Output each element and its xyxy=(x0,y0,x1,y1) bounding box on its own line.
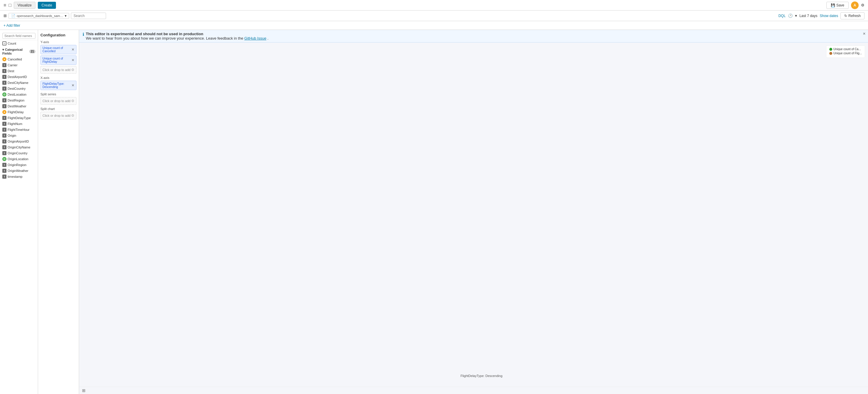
datasource-chevron-icon[interactable]: ⊞ xyxy=(3,13,7,18)
clock-icon[interactable]: 🕐 xyxy=(788,13,793,18)
second-bar: ⊞ 📄 opensearch_dashboards_sample_data_fl… xyxy=(0,10,868,21)
categorical-fields-section[interactable]: ▾ Categorical Fields 21 xyxy=(0,47,38,56)
legend-label: Unique count of Flig... xyxy=(833,52,862,55)
search-field-container xyxy=(0,32,38,40)
github-link[interactable]: GitHub Issue xyxy=(244,36,266,40)
chip-close-icon[interactable]: ✕ xyxy=(71,48,74,52)
table-icon[interactable]: ⊞ xyxy=(82,388,86,393)
hamburger-icon[interactable]: ≡ xyxy=(3,3,6,8)
svg-rect-38 xyxy=(731,51,783,360)
gear-icon: ⚙ xyxy=(71,68,74,72)
count-label: Count xyxy=(8,41,16,45)
field-type-icon: ● xyxy=(2,57,6,61)
create-tab[interactable]: Create xyxy=(38,2,56,9)
svg-text:1.6: 1.6 xyxy=(109,111,113,114)
y-axis-field-chip[interactable]: Unique count of FlightDelay✕ xyxy=(40,55,76,65)
field-item[interactable]: tOriginAirportID xyxy=(0,138,38,144)
settings-icon[interactable]: ⚙ xyxy=(861,3,865,7)
field-item[interactable]: ⊙OriginLocation xyxy=(0,156,38,162)
field-item[interactable]: tOriginRegion xyxy=(0,162,38,168)
y-axis-drop-zone[interactable]: Click or drop to add ⚙ xyxy=(40,66,76,74)
x-axis-close-icon[interactable]: ✕ xyxy=(71,83,74,87)
field-type-icon: t xyxy=(2,69,6,73)
gear-icon-2: ⚙ xyxy=(71,99,74,103)
count-section[interactable]: # Count xyxy=(0,40,38,47)
svg-text:Carrier Delay: Carrier Delay xyxy=(633,361,647,374)
chart-area: ℹ This editor is experimental and should… xyxy=(79,30,868,394)
field-type-icon: t xyxy=(2,174,6,179)
dql-button[interactable]: DQL xyxy=(778,14,786,18)
save-button[interactable]: 💾 Save xyxy=(827,2,849,9)
window-icon[interactable]: □ xyxy=(8,3,11,8)
chip-close-icon[interactable]: ✕ xyxy=(71,58,74,62)
svg-text:NAS Delay: NAS Delay xyxy=(336,361,347,372)
svg-text:Unique count of Cancelled: Unique count of Cancelled xyxy=(100,190,103,221)
field-item[interactable]: tFlightNum xyxy=(0,121,38,127)
svg-text:1.0: 1.0 xyxy=(109,204,113,207)
x-axis-title: FlightDelayType: Descending xyxy=(100,374,863,377)
info-icon: ℹ xyxy=(83,32,84,37)
gear-icon-3: ⚙ xyxy=(71,114,74,118)
avatar[interactable]: A xyxy=(851,1,859,9)
add-filter-button[interactable]: + Add filter xyxy=(3,24,20,28)
x-axis-chip[interactable]: FlightDelayType: Descending ✕ xyxy=(40,81,76,90)
config-panel: Configuration Y-axis Unique count of Can… xyxy=(38,30,79,394)
field-item[interactable]: ttimestamp xyxy=(0,174,38,179)
field-item[interactable]: tOrigin xyxy=(0,133,38,138)
legend-label: Unique count of Ca... xyxy=(833,48,861,51)
svg-rect-29 xyxy=(285,51,337,360)
field-type-icon: t xyxy=(2,151,6,155)
svg-text:0.8: 0.8 xyxy=(109,235,113,238)
field-item[interactable]: tDestAirportID xyxy=(0,74,38,80)
field-item[interactable]: tDest xyxy=(0,68,38,74)
refresh-icon: ↻ xyxy=(844,14,847,18)
svg-rect-30 xyxy=(337,273,389,360)
field-item[interactable]: ●FlightDelay xyxy=(0,109,38,115)
field-item[interactable]: tOriginCityName xyxy=(0,144,38,150)
close-banner-icon[interactable]: ✕ xyxy=(863,32,866,36)
field-item[interactable]: ●Cancelled xyxy=(0,56,38,62)
field-type-icon: t xyxy=(2,169,6,173)
svg-text:Weather Delay: Weather Delay xyxy=(782,361,797,375)
field-item[interactable]: tFlightTimeHour xyxy=(0,127,38,133)
categorical-count-badge: 21 xyxy=(29,50,35,53)
svg-text:1.2: 1.2 xyxy=(109,173,113,176)
field-item[interactable]: tFlightDelayType xyxy=(0,115,38,121)
chart-legend: Unique count of Ca...Unique count of Fli… xyxy=(826,46,865,58)
second-bar-left: ⊞ 📄 opensearch_dashboards_sample_data_fl… xyxy=(3,12,106,19)
y-axis-field-chip[interactable]: Unique count of Cancelled✕ xyxy=(40,45,76,54)
search-input[interactable] xyxy=(71,12,106,19)
field-type-icon: t xyxy=(2,104,6,108)
field-item[interactable]: tOriginCountry xyxy=(0,150,38,156)
filter-bar: + Add filter xyxy=(0,21,868,30)
field-type-icon: t xyxy=(2,134,6,138)
datasource-icon: 📄 xyxy=(11,14,16,18)
info-subtext: We want to hear from you about how we ca… xyxy=(86,36,268,40)
main-layout: # Count ▾ Categorical Fields 21 ●Cancell… xyxy=(0,30,868,394)
split-chart-label: Split chart xyxy=(40,107,76,111)
top-bar: ≡ □ Visualize Create 💾 Save A ⚙ xyxy=(0,0,868,10)
show-dates-button[interactable]: Show dates xyxy=(820,14,838,18)
field-item[interactable]: tDestRegion xyxy=(0,97,38,103)
split-series-drop-zone[interactable]: Click or drop to add ⚙ xyxy=(40,97,76,105)
visualize-tab[interactable]: Visualize xyxy=(14,2,35,9)
count-icon: # xyxy=(2,41,6,46)
info-banner: ℹ This editor is experimental and should… xyxy=(79,30,868,43)
field-item[interactable]: ⊙DestLocation xyxy=(0,91,38,97)
field-item[interactable]: tDestWeather xyxy=(0,103,38,109)
svg-text:0: 0 xyxy=(111,358,113,361)
svg-rect-26 xyxy=(136,51,188,360)
field-item[interactable]: tCarrier xyxy=(0,62,38,68)
field-item[interactable]: tDestCountry xyxy=(0,86,38,91)
svg-rect-33 xyxy=(486,273,537,360)
refresh-button[interactable]: ↻ Refresh xyxy=(840,12,865,19)
svg-text:Unique count of FlightDelay: Unique count of FlightDelay xyxy=(104,189,106,221)
field-item[interactable]: tOriginWeather xyxy=(0,168,38,174)
search-field-input[interactable] xyxy=(2,33,35,39)
field-type-icon: t xyxy=(2,75,6,79)
datasource-selector[interactable]: 📄 opensearch_dashboards_sample_data_fli.… xyxy=(8,13,69,19)
field-type-icon: t xyxy=(2,145,6,149)
split-chart-drop-zone[interactable]: Click or drop to add ⚙ xyxy=(40,112,76,119)
config-title: Configuration xyxy=(40,33,76,37)
field-item[interactable]: tDestCityName xyxy=(0,80,38,86)
